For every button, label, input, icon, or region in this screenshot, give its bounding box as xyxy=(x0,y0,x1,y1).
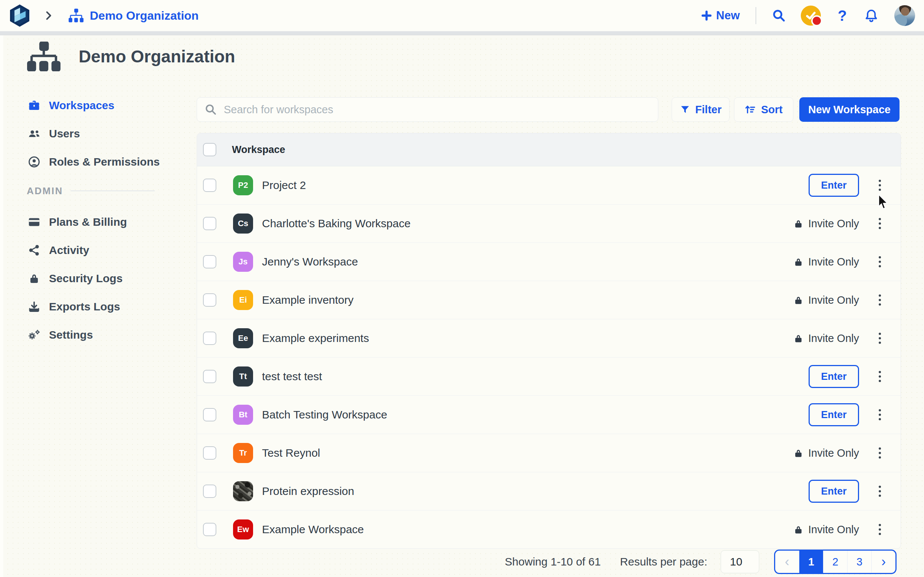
sort-button[interactable]: Sort xyxy=(734,97,793,122)
sidebar-item-activity[interactable]: Activity xyxy=(27,236,155,264)
app-logo-icon[interactable] xyxy=(9,4,31,27)
row-menu-button[interactable] xyxy=(859,482,901,501)
left-edge-rail xyxy=(0,35,3,577)
lock-icon xyxy=(793,256,803,268)
workspace-avatar: Js xyxy=(233,252,253,272)
row-menu-button[interactable] xyxy=(859,176,901,195)
row-menu-button[interactable] xyxy=(859,444,901,462)
briefcase-icon xyxy=(27,99,42,112)
help-icon[interactable]: ? xyxy=(838,7,847,24)
row-menu-button[interactable] xyxy=(859,367,901,386)
row-actions: Invite Only xyxy=(793,214,901,233)
row-checkbox[interactable] xyxy=(203,179,216,192)
pagination-next-button[interactable]: › xyxy=(871,551,895,573)
row-menu-button[interactable] xyxy=(859,291,901,309)
row-checkbox[interactable] xyxy=(203,523,216,536)
sidebar-item-users[interactable]: Users xyxy=(27,119,155,148)
row-checkbox[interactable] xyxy=(203,255,216,268)
breadcrumb-chevron-icon[interactable] xyxy=(43,10,53,21)
workspace-name[interactable]: Example Workspace xyxy=(262,523,364,536)
row-actions: Invite Only xyxy=(793,253,901,271)
table-footer: Showing 1-10 of 61 Results per page: ‹12… xyxy=(197,550,897,574)
org-sitemap-large-icon xyxy=(27,42,61,71)
row-checkbox[interactable] xyxy=(203,446,216,460)
workspace-name[interactable]: Jenny's Workspace xyxy=(262,255,358,268)
workspace-name[interactable]: Example inventory xyxy=(262,294,354,306)
workspace-search[interactable] xyxy=(197,97,658,122)
workspace-avatar: Ew xyxy=(233,519,253,540)
bell-icon[interactable] xyxy=(864,8,879,23)
pagination-prev-button[interactable]: ‹ xyxy=(775,551,799,573)
new-button[interactable]: New xyxy=(701,9,740,22)
row-menu-button[interactable] xyxy=(859,405,901,424)
workspace-name[interactable]: Example experiments xyxy=(262,332,369,345)
workspace-name[interactable]: Project 2 xyxy=(262,179,306,192)
row-checkbox[interactable] xyxy=(203,332,216,345)
sidebar-item-label: Workspaces xyxy=(49,99,114,112)
lock-icon xyxy=(793,448,803,459)
search-icon[interactable] xyxy=(772,8,786,23)
top-navbar: Demo Organization New ? xyxy=(0,0,924,31)
new-workspace-button[interactable]: New Workspace xyxy=(799,97,900,122)
invite-only-label: Invite Only xyxy=(808,256,859,268)
workspace-name[interactable]: Protein expression xyxy=(262,485,354,498)
row-actions: Invite Only xyxy=(793,520,901,539)
pagination-page-3[interactable]: 3 xyxy=(847,551,871,573)
table-row: Tttest test testEnter xyxy=(197,358,901,396)
select-all-checkbox[interactable] xyxy=(203,143,216,156)
admin-section-label: ADMIN xyxy=(27,185,63,197)
enter-button[interactable]: Enter xyxy=(808,365,859,388)
lock-icon xyxy=(793,333,803,344)
breadcrumb-org-name[interactable]: Demo Organization xyxy=(90,9,199,23)
lock-icon xyxy=(793,295,803,306)
row-menu-button[interactable] xyxy=(859,329,901,348)
sidebar-item-security-logs[interactable]: Security Logs xyxy=(27,264,155,293)
workspace-name[interactable]: Charlotte's Baking Workspace xyxy=(262,217,410,230)
row-checkbox[interactable] xyxy=(203,370,216,383)
sidebar-admin-group: Plans & BillingActivitySecurity LogsExpo… xyxy=(27,208,155,349)
enter-button[interactable]: Enter xyxy=(808,480,859,503)
workspace-avatar: Ee xyxy=(233,328,253,348)
sidebar-item-exports-logs[interactable]: Exports Logs xyxy=(27,293,155,321)
notification-dot xyxy=(811,15,822,26)
filter-button[interactable]: Filter xyxy=(672,97,730,122)
row-menu-button[interactable] xyxy=(859,253,901,271)
invite-only-label: Invite Only xyxy=(808,218,859,230)
results-per-page-input[interactable] xyxy=(721,550,759,573)
invite-only-label: Invite Only xyxy=(808,524,859,536)
invite-only-label: Invite Only xyxy=(808,294,859,306)
user-avatar[interactable] xyxy=(894,5,915,26)
sidebar-item-settings[interactable]: Settings xyxy=(27,321,155,349)
search-input[interactable] xyxy=(223,103,651,116)
page-title: Demo Organization xyxy=(79,47,235,66)
row-menu-button[interactable] xyxy=(859,214,901,233)
workspace-name[interactable]: Batch Testing Workspace xyxy=(262,408,387,421)
row-checkbox[interactable] xyxy=(203,485,216,498)
sidebar-item-workspaces[interactable]: Workspaces xyxy=(27,91,155,119)
row-checkbox[interactable] xyxy=(203,408,216,421)
pagination-page-2[interactable]: 2 xyxy=(823,551,847,573)
sidebar-admin-divider: ADMIN xyxy=(27,177,155,205)
row-checkbox[interactable] xyxy=(203,217,216,230)
invite-only-badge: Invite Only xyxy=(793,524,859,536)
sidebar-item-plans-billing[interactable]: Plans & Billing xyxy=(27,208,155,236)
workspace-avatar: Ei xyxy=(233,290,253,310)
pagination-page-1[interactable]: 1 xyxy=(799,551,823,573)
enter-button[interactable]: Enter xyxy=(808,174,859,197)
invite-only-label: Invite Only xyxy=(808,332,859,345)
tasks-status-icon[interactable] xyxy=(801,6,821,26)
sidebar-item-roles-permissions[interactable]: Roles & Permissions xyxy=(27,148,155,176)
workspace-name[interactable]: test test test xyxy=(262,370,322,383)
invite-only-badge: Invite Only xyxy=(793,332,859,345)
navbar-shadow-band xyxy=(0,31,924,35)
workspace-toolbar: Filter Sort New Workspace xyxy=(197,97,901,122)
search-input-icon xyxy=(204,103,217,116)
share-icon xyxy=(27,244,42,256)
row-menu-button[interactable] xyxy=(859,520,901,539)
sort-icon xyxy=(745,104,756,115)
lock-icon xyxy=(793,218,803,229)
enter-button[interactable]: Enter xyxy=(808,403,859,426)
row-checkbox[interactable] xyxy=(203,293,216,307)
workspace-name[interactable]: Test Reynol xyxy=(262,446,320,459)
workspace-avatar: Cs xyxy=(233,213,253,234)
